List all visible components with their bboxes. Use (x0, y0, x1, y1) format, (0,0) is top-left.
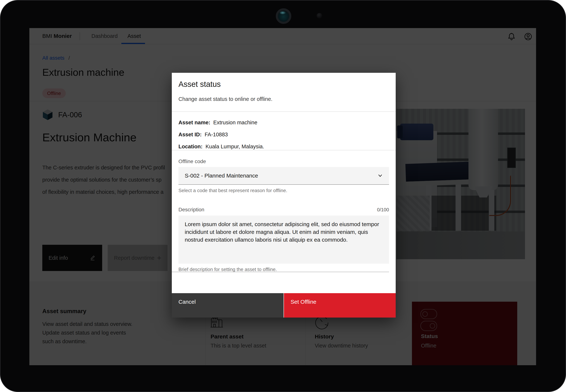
modal-title: Asset status (179, 80, 389, 89)
cancel-button[interactable]: Cancel (172, 293, 284, 318)
location-label: Location: (179, 143, 203, 150)
asset-status-modal: Asset status Change asset status to onli… (172, 73, 396, 318)
modal-footer: Cancel Set Offline (172, 293, 396, 318)
asset-name-row: Asset name: Extrusion machine (179, 117, 389, 128)
app-screen: BMI Monier Dashboard Asset (29, 28, 536, 365)
description-textarea[interactable]: Lorem ipsum dolor sit amet, consectetur … (179, 216, 389, 264)
tablet-frame: BMI Monier Dashboard Asset (0, 0, 566, 392)
tablet-mockup: BMI Monier Dashboard Asset (0, 0, 566, 392)
offline-code-helper: Select a code that best represent reason… (179, 188, 389, 193)
asset-name-value: Extrusion machine (213, 120, 257, 126)
description-helper: Brief description for setting the asset … (179, 266, 389, 272)
location-value: Kuala Lumpur, Malaysia. (206, 143, 264, 150)
description-label-row: Description 0/100 (179, 207, 389, 213)
light-sensor-icon (317, 13, 322, 18)
description-label: Description (179, 207, 204, 213)
offline-code-select[interactable]: S-002 - Planned Maintenance (179, 167, 389, 185)
chevron-down-icon (377, 172, 384, 179)
modal-subtitle: Change asset status to online or offline… (179, 96, 389, 102)
asset-id-row: Asset ID: FA-10883 (179, 128, 389, 140)
asset-id-label: Asset ID: (179, 132, 202, 138)
set-offline-button[interactable]: Set Offline (284, 293, 396, 318)
screenshot-seam-line (172, 272, 389, 272)
char-counter: 0/100 (377, 207, 389, 213)
asset-info-block: Asset name: Extrusion machine Asset ID: … (172, 112, 396, 150)
modal-form: Offline code S-002 - Planned Maintenance… (172, 150, 396, 293)
asset-name-label: Asset name: (179, 120, 210, 126)
offline-code-label: Offline code (179, 158, 389, 164)
asset-id-value: FA-10883 (205, 132, 228, 138)
modal-header: Asset status Change asset status to onli… (172, 73, 396, 112)
offline-code-value: S-002 - Planned Maintenance (185, 172, 258, 179)
front-camera-icon (276, 8, 291, 24)
